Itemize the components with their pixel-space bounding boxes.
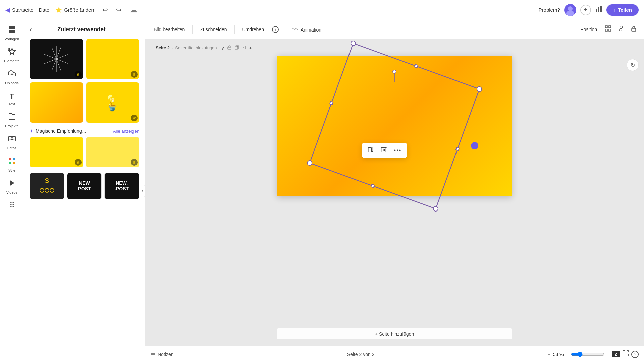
share-up-icon: ↑ (613, 7, 616, 13)
svg-marker-19 (10, 180, 14, 186)
share-button[interactable]: ↑ Teilen (606, 4, 639, 16)
svg-point-53 (433, 206, 439, 212)
magic-grid: ♛ ♛ (30, 137, 139, 167)
magic-thumb-2[interactable]: ♛ (86, 137, 140, 167)
info-icon: i (272, 26, 279, 33)
sidebar-item-uploads[interactable]: Uploads (1, 67, 23, 88)
crop-button[interactable]: Zuschneiden (197, 25, 230, 34)
info-button[interactable]: i (270, 24, 281, 35)
filter-button[interactable] (603, 24, 613, 35)
notes-label: Notizen (158, 352, 173, 357)
svg-point-37 (45, 188, 49, 192)
fullscreen-button[interactable] (623, 350, 629, 358)
undo-button[interactable]: ↩ (101, 5, 109, 15)
ctx-copy-button[interactable] (365, 145, 377, 156)
resize-label: Größe ändern (64, 7, 95, 13)
zoom-out-button[interactable]: − (548, 352, 550, 357)
zoom-in-button[interactable]: + (607, 352, 609, 357)
cloud-icon: ☁ (130, 6, 137, 14)
thumbnail-yellow-sq[interactable]: ♛ (86, 39, 140, 79)
canvas-wrapper[interactable]: Seite 2 - Seitentitel hinzufügen ∨ + (145, 39, 644, 346)
refresh-button[interactable]: ↻ (627, 59, 639, 71)
home-button[interactable]: ◀ Startseite (5, 6, 33, 14)
animation-button[interactable]: Animation (289, 24, 325, 35)
copy-icon (367, 146, 374, 153)
divider-2 (234, 25, 235, 34)
lock-button[interactable] (629, 24, 639, 35)
sidebar-back-button[interactable]: ‹ (30, 25, 32, 33)
svg-rect-2 (596, 9, 597, 12)
thumbnail-yellow-grad[interactable] (30, 82, 83, 123)
ctx-more-button[interactable]: ••• (391, 145, 405, 155)
flip-button[interactable]: Umdrehen (239, 25, 267, 34)
sidebar-item-elemente[interactable]: Elemente (1, 45, 23, 66)
sidebar-item-fotos[interactable]: Fotos (1, 132, 23, 153)
newpost2-label: NEW..POST (115, 180, 129, 192)
svg-rect-4 (600, 6, 602, 12)
problem-button[interactable]: Problem? (539, 7, 560, 13)
purple-dot[interactable] (471, 142, 478, 149)
svg-point-51 (476, 86, 482, 92)
notes-icon (150, 352, 156, 357)
svg-line-32 (52, 59, 56, 71)
context-menu: ••• (362, 143, 407, 158)
page-chevron-down[interactable]: ∨ (220, 45, 225, 51)
page-lock-btn[interactable] (226, 44, 232, 51)
lower-item-newpost1[interactable]: NEWPOST (67, 173, 102, 199)
page-label: Seite 2 - Seitentitel hinzufügen ∨ + (156, 44, 253, 51)
redo-button[interactable]: ↪ (115, 5, 123, 15)
svg-line-25 (47, 59, 56, 68)
divider-3 (285, 25, 285, 34)
svg-point-50 (350, 40, 356, 46)
add-page-button[interactable]: + Seite hinzufügen (277, 328, 512, 339)
ctx-delete-button[interactable] (378, 145, 390, 156)
sidebar-item-more[interactable]: ⠿ (1, 198, 23, 213)
svg-rect-41 (605, 29, 607, 31)
svg-line-23 (56, 59, 66, 68)
position-button[interactable]: Position (577, 25, 600, 34)
thumbnail-burst[interactable]: ♛ (30, 39, 83, 79)
page-add-btn[interactable]: + (249, 45, 253, 51)
magic-star-icon: ✦ (30, 128, 34, 134)
notes-button[interactable]: Notizen (150, 352, 173, 357)
lower-items-grid: $ NEWPOST NEW..POST (30, 173, 139, 199)
sidebar-item-vorlagen[interactable]: Vorlagen (1, 23, 23, 44)
newpost1-label: NEWPOST (78, 180, 91, 192)
help-button[interactable]: ? (631, 351, 639, 358)
sidebar-item-stile[interactable]: Stile (1, 154, 23, 175)
canvas-slide[interactable] (277, 56, 512, 196)
resize-button[interactable]: ⭐ Größe ändern (56, 7, 95, 13)
page-copy-btn[interactable] (234, 44, 240, 51)
link-icon (618, 25, 624, 32)
lower-item-newpost2[interactable]: NEW..POST (104, 173, 139, 199)
crown-badge-2: ♛ (131, 71, 138, 78)
svg-rect-60 (368, 148, 372, 152)
cloud-save-button[interactable]: ☁ (128, 4, 139, 16)
sidebar-panel: ‹ Zuletzt verwendet (24, 20, 145, 362)
hide-panel-button[interactable]: ‹ (140, 184, 145, 198)
magic-thumb-1[interactable]: ♛ (30, 137, 83, 167)
selection-svg (244, 39, 545, 230)
sidebar-item-videos[interactable]: Videos (1, 176, 23, 197)
svg-rect-5 (9, 26, 12, 29)
canvas-area: Bild bearbeiten Zuschneiden Umdrehen i A… (145, 20, 644, 362)
page-label-actions: ∨ + (220, 44, 253, 51)
fotos-label: Fotos (7, 146, 17, 150)
file-button[interactable]: Datei (39, 7, 50, 13)
edit-image-button[interactable]: Bild bearbeiten (150, 25, 188, 34)
thumbnail-bulb[interactable]: 💡 ♛ (86, 82, 140, 123)
add-user-button[interactable]: + (580, 5, 591, 15)
zoom-slider[interactable] (571, 352, 604, 357)
page-delete-btn[interactable] (241, 44, 247, 51)
sidebar-item-projekte[interactable]: Projekte (1, 110, 23, 131)
show-all-link[interactable]: Alle anzeigen (113, 129, 139, 134)
yellow-grad-preview (30, 82, 83, 123)
add-user-icon: + (584, 6, 588, 13)
lower-item-dollar[interactable]: $ (30, 173, 64, 199)
stats-button[interactable] (595, 5, 602, 14)
link-button[interactable] (616, 24, 626, 35)
sidebar-item-text[interactable]: T Text (1, 89, 23, 109)
sidebar-icons: Vorlagen Elemente Uploads T Text Projekt… (0, 20, 24, 362)
lock-icon (631, 25, 637, 32)
svg-rect-39 (605, 26, 607, 28)
